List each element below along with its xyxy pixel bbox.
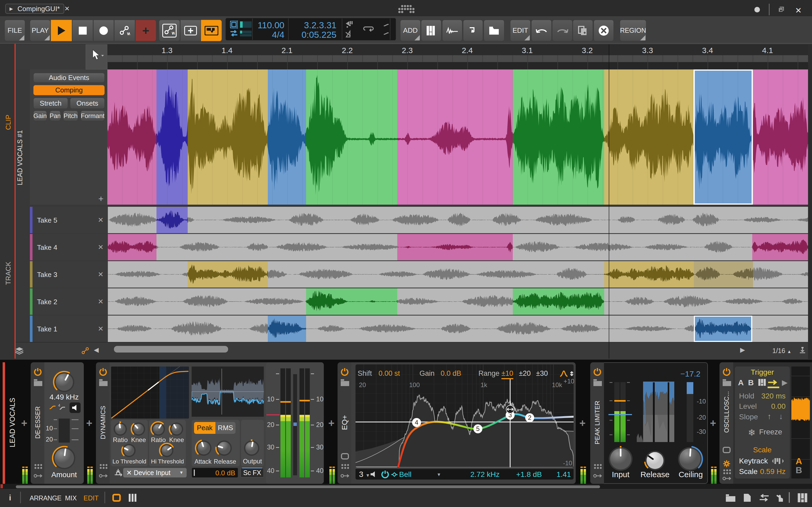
svg-text:5: 5 xyxy=(476,425,479,432)
svg-text:w: w xyxy=(171,30,175,36)
svg-text:B: B xyxy=(796,465,802,475)
svg-text:w: w xyxy=(127,31,130,36)
svg-text:4: 4 xyxy=(415,419,418,426)
svg-text:2: 2 xyxy=(528,414,531,421)
svg-text:4: 4 xyxy=(58,403,60,407)
svg-text:A: A xyxy=(796,456,802,466)
